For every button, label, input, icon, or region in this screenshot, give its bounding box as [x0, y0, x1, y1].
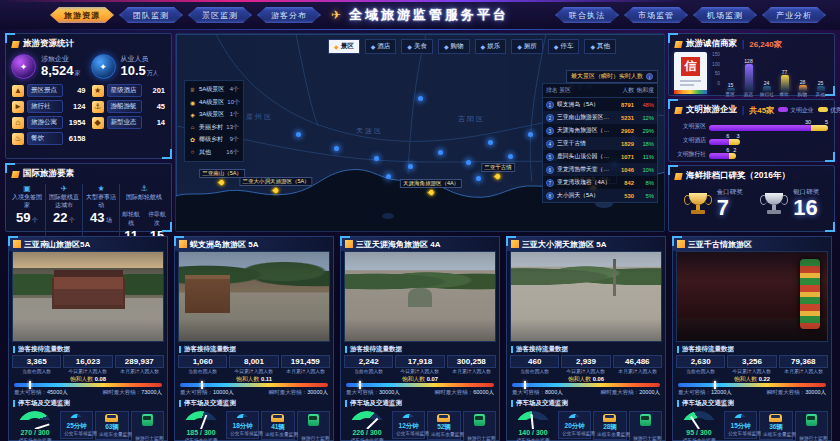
poi-dot[interactable]	[508, 154, 513, 159]
ranking-row[interactable]: 1蜈支洲岛（5A）879148%	[543, 98, 657, 111]
map-filter-active[interactable]: ◆景区	[328, 39, 360, 54]
legend-marker-icon: ✿	[189, 136, 196, 143]
bus-wait-tile: 18分钟公交车等候监测	[226, 411, 259, 439]
legend-swatch	[818, 107, 828, 112]
live-video-feed[interactable]	[510, 251, 662, 342]
map-filter-item[interactable]: ◆娱乐	[475, 39, 507, 54]
award-text: 银口碑奖16	[793, 188, 819, 219]
nav-tab[interactable]: 市场监管	[624, 7, 688, 23]
map-filter-item[interactable]: ◆购物	[438, 39, 470, 54]
nav-tab[interactable]: 机场监测	[693, 7, 757, 23]
scenic-card-title: 三亚大小洞天旅游区 5A	[522, 239, 606, 250]
badge-rainbow-strip	[674, 90, 707, 94]
pin-label: 三亚大小洞天旅游区（5A）	[239, 177, 312, 186]
panel-title: 旅游资源统计	[23, 38, 74, 50]
ranking-row[interactable]: 8大小洞天（5A）5305%	[543, 189, 657, 202]
live-video-feed[interactable]	[344, 251, 496, 342]
saturation-indicator: 饱和人数 0.06	[507, 375, 665, 387]
map-filter-item[interactable]: ◆停车	[548, 39, 580, 54]
resource-item: ♨餐饮6158	[12, 132, 86, 145]
max-capacity: 最大可容纳：45000人	[14, 389, 68, 396]
poi-dot[interactable]	[374, 156, 379, 161]
max-capacity: 最大可容纳：10000人	[180, 389, 234, 396]
nav-tab[interactable]: 团队监测	[119, 7, 183, 23]
taxi-label: 出租车余量监测	[266, 431, 291, 437]
rank-badge: 4	[546, 140, 554, 148]
poi-dot[interactable]	[408, 164, 413, 169]
visitor-stat: 2,630当前在园人数	[676, 355, 725, 375]
shuttle-bus-tile: 旅游巴士监测	[795, 411, 828, 441]
map-filter-item[interactable]: ◆其他	[584, 39, 616, 54]
district-label: 天涯区	[356, 126, 383, 136]
parking-gauge-box: 140 / 300停车场余位监测	[510, 411, 556, 441]
scenic-map-pin[interactable]: 三亚大小洞天旅游区（5A）	[239, 177, 312, 194]
visitor-count: 1046	[612, 167, 634, 173]
ranking-row[interactable]: 5鹿回头山顶公园（4A）107111%	[543, 150, 657, 163]
resource-value: 14	[145, 118, 165, 127]
scenic-card-title: 三亚天涯海角旅游区 4A	[356, 239, 440, 250]
scenic-card-icon	[511, 240, 519, 248]
visitor-stat-label: 今日累计入园人数	[564, 368, 607, 374]
saturation-label: 饱和人数 0.07	[346, 375, 494, 383]
international-label: 入境免签国家	[10, 194, 44, 210]
district-label: 崖州区	[246, 112, 273, 122]
poi-dot[interactable]	[476, 176, 481, 181]
parking-gauge	[17, 411, 53, 429]
map-filter-item[interactable]: ◆美食	[401, 39, 433, 54]
bar-category-label: 旅行社	[759, 91, 773, 97]
legend-label: 3A级景区	[199, 110, 224, 119]
map-filter-label: 娱乐	[487, 42, 500, 51]
poi-dot[interactable]	[466, 160, 471, 165]
section-marker-icon	[511, 346, 513, 353]
capacity-row: 最大可容纳：8000人瞬时最大容纳：20000人	[507, 387, 665, 396]
poi-dot[interactable]	[334, 146, 339, 151]
traffic-section-header: 停车场及交通监测	[9, 396, 167, 409]
scenic-map-pin[interactable]: 三亚南山（5A）	[199, 169, 245, 186]
section-marker-icon	[677, 346, 679, 353]
ranking-row[interactable]: 3天涯海角旅游区（4A）290229%	[543, 124, 657, 137]
legend-row: ♕5A级景区4个	[189, 85, 239, 94]
map-filter-item[interactable]: ◆厕所	[511, 39, 543, 54]
ranking-row[interactable]: 6亚龙湾热带天堂（4A）104610%	[543, 163, 657, 176]
nav-tabs-left: 旅游资源团队监测景区监测游客分布	[50, 7, 321, 23]
scenic-map-pin[interactable]: 天涯海角旅游区（4A）	[400, 179, 462, 196]
nav-tab[interactable]: 景区监测	[188, 7, 252, 23]
ranking-row[interactable]: 4三亚千古情182918%	[543, 137, 657, 150]
poi-dot[interactable]	[296, 132, 301, 137]
scenic-map-pin[interactable]: 三亚千古情	[481, 163, 515, 180]
visitor-stat: 460当前在园人数	[510, 355, 559, 375]
visitor-stat-value: 300,258	[447, 355, 496, 368]
traffic-row: 185 / 300停车场余位监测18分钟公交车等候监测41辆出租车余量监测 旅游…	[175, 409, 333, 441]
chart-bar-column: 77餐饮	[776, 52, 793, 98]
bus-wait-tile: 20分钟公交车等候监测	[558, 411, 591, 439]
poi-dot[interactable]	[488, 140, 493, 145]
visitor-stats-row: 3,365当前在园人数16,023今日累计入园人数289,937本月累计入园人数	[9, 355, 167, 375]
live-video-feed[interactable]	[178, 251, 330, 342]
international-value: 43 场	[90, 210, 112, 225]
poi-dot[interactable]	[418, 96, 423, 101]
nav-tab[interactable]: 产业分析	[762, 7, 826, 23]
live-video-feed[interactable]	[676, 251, 828, 342]
visitor-stat: 17,918今日累计入园人数	[395, 355, 444, 375]
live-video-feed[interactable]	[12, 251, 164, 342]
poi-dot[interactable]	[438, 150, 443, 155]
summary-stat: ✦涉旅企业8,524家	[11, 54, 87, 79]
ranking-row[interactable]: 2三亚南山旅游景区（5A）523112%	[543, 111, 657, 124]
visitor-stat: 1,060当前在园人数	[178, 355, 227, 375]
poi-dot[interactable]	[528, 132, 533, 137]
saturation-label: 饱和人数 0.08	[14, 375, 162, 383]
chart-bar-column: 128酒店	[740, 52, 757, 98]
poi-dot[interactable]	[386, 174, 391, 179]
nav-tab[interactable]: 联合执法	[555, 7, 619, 23]
map-filter-item[interactable]: ◆酒店	[365, 39, 397, 54]
saturation-indicator: 饱和人数 0.08	[9, 375, 167, 387]
nav-tab[interactable]: 游客分布	[257, 7, 321, 23]
info-icon[interactable]: i	[646, 73, 653, 80]
ranking-note-text: 最大景区（瞬时）实时人数	[571, 72, 643, 81]
ranking-row[interactable]: 7亚龙湾玫瑰谷（4A）8428%	[543, 176, 657, 189]
map-view[interactable]: ◆景区◆酒店◆美食◆购物◆娱乐◆厕所◆停车◆其他 ♕5A级景区4个◉4A级景区1…	[175, 33, 665, 232]
resource-item: ▲景区景点49	[12, 84, 86, 97]
nav-tab[interactable]: 旅游资源	[50, 7, 114, 23]
max-capacity-value: 12000人	[711, 389, 732, 395]
col-count: 人数	[612, 86, 634, 95]
